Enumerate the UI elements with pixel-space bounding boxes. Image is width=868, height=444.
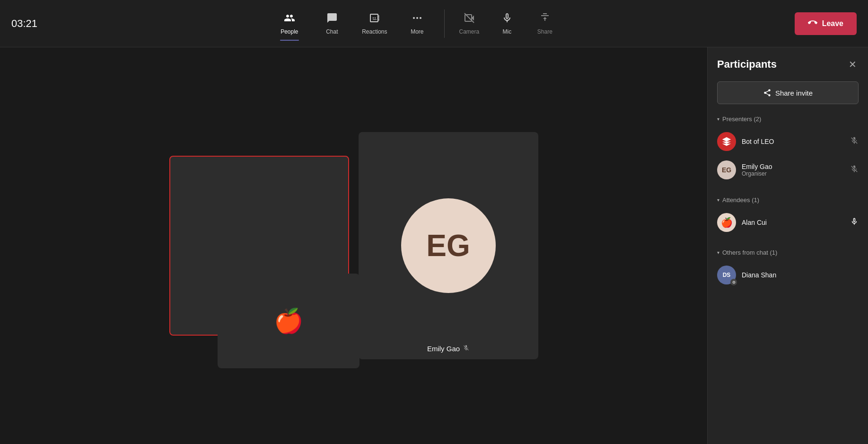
more-label: More — [411, 28, 423, 35]
attendees-label: Attendees (1) — [722, 196, 759, 204]
camera-label: Camera — [459, 28, 480, 35]
leave-button[interactable]: Leave — [795, 12, 857, 35]
leave-label: Leave — [822, 19, 843, 28]
emily-gao-mic-status — [850, 165, 859, 175]
emily-gao-mute-icon — [463, 345, 469, 353]
presenters-chevron-icon: ▾ — [717, 116, 719, 122]
emily-gao-name: Emily Gao — [427, 345, 460, 353]
nav-chat-button[interactable]: Chat — [311, 5, 353, 43]
presenters-label: Presenters (2) — [722, 115, 761, 123]
emily-gao-role: Organiser — [742, 170, 844, 177]
chat-label: Chat — [326, 28, 338, 35]
sidebar-close-button[interactable]: ✕ — [847, 57, 859, 72]
leave-phone-icon — [808, 18, 817, 29]
camera-button[interactable]: Camera — [450, 5, 488, 43]
topbar-left: 03:21 — [11, 18, 37, 30]
participant-alan-cui: 🍎 Alan Cui — [717, 209, 859, 236]
emily-gao-sidebar-avatar: EG — [717, 160, 736, 179]
section-others-header[interactable]: ▾ Others from chat (1) — [717, 249, 859, 256]
reactions-label: Reactions — [362, 28, 387, 35]
more-icon — [412, 12, 423, 27]
share-invite-button[interactable]: Share invite — [717, 81, 859, 104]
attendees-chevron-icon: ▾ — [717, 197, 719, 203]
topbar-right: Leave — [795, 12, 857, 35]
topbar-divider — [444, 9, 445, 38]
nav-people-button[interactable]: People — [268, 5, 311, 43]
diana-shan-name: Diana Shan — [742, 271, 859, 279]
alan-cui-name: Alan Cui — [742, 219, 844, 226]
participant-diana-shan: DS ⊙ Diana Shan — [717, 262, 859, 288]
section-presenters-header[interactable]: ▾ Presenters (2) — [717, 115, 859, 123]
svg-point-2 — [420, 17, 421, 19]
emily-gao-info: Emily Gao Organiser — [742, 163, 844, 177]
share-invite-icon — [763, 89, 772, 97]
sidebar-participants: Participants ✕ Share invite ▾ Presenters… — [707, 47, 868, 444]
participant-bot-leo: Bot of LEO — [717, 128, 859, 155]
svg-point-0 — [413, 17, 415, 19]
share-label: Share — [537, 28, 552, 35]
camera-icon — [464, 12, 475, 27]
others-chevron-icon: ▾ — [717, 250, 719, 255]
alan-cui-avatar: 🍎 — [717, 213, 736, 232]
bot-leo-info: Bot of LEO — [742, 138, 844, 145]
reactions-icon — [369, 12, 380, 27]
sidebar-header: Participants ✕ — [717, 57, 859, 72]
mic-icon — [501, 12, 513, 27]
alan-cui-mic-status — [850, 217, 859, 228]
bot-leo-sidebar-avatar — [717, 132, 736, 151]
diana-shan-avatar-badge: ⊙ — [730, 279, 737, 285]
mic-button[interactable]: Mic — [488, 5, 526, 43]
chat-icon — [326, 12, 338, 27]
main-content: Bot of LEO EG Emily Gao 🍎 — [0, 47, 707, 444]
emily-gao-avatar: EG — [401, 198, 496, 293]
bot-leo-sidebar-name: Bot of LEO — [742, 138, 844, 145]
mic-label: Mic — [503, 28, 512, 35]
emily-gao-tile-label: Emily Gao — [427, 345, 469, 353]
people-label: People — [281, 28, 298, 35]
nav-more-button[interactable]: More — [396, 5, 438, 43]
alan-cui-info: Alan Cui — [742, 219, 844, 226]
video-tile-bottom: 🍎 — [218, 274, 359, 368]
diana-shan-info: Diana Shan — [742, 271, 859, 279]
topbar-center: People Chat Reactions — [268, 5, 564, 43]
nav-reactions-button[interactable]: Reactions — [353, 5, 396, 43]
sidebar-title: Participants — [717, 58, 777, 71]
share-icon — [539, 12, 551, 27]
people-icon — [284, 12, 295, 27]
share-button[interactable]: Share — [526, 5, 564, 43]
video-tile-eg: EG Emily Gao — [359, 132, 538, 359]
topbar: 03:21 People Chat — [0, 0, 868, 47]
emily-gao-sidebar-name: Emily Gao — [742, 163, 844, 170]
diana-shan-avatar: DS ⊙ — [717, 266, 736, 284]
others-label: Others from chat (1) — [722, 249, 777, 256]
share-invite-label: Share invite — [775, 89, 813, 97]
bot-leo-mic-status — [850, 136, 859, 147]
time-display: 03:21 — [11, 18, 37, 30]
svg-point-1 — [416, 17, 418, 19]
participant-emily-gao: EG Emily Gao Organiser — [717, 157, 859, 183]
section-attendees-header[interactable]: ▾ Attendees (1) — [717, 196, 859, 204]
